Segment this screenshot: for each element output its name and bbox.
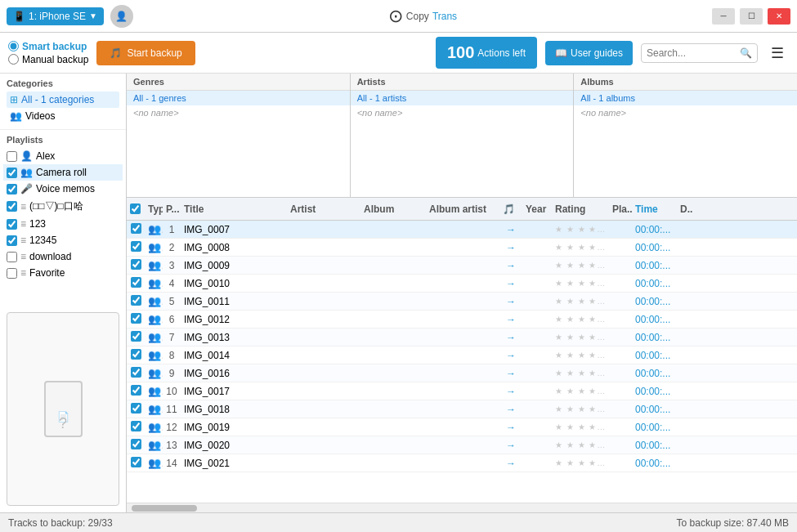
- header-artist[interactable]: Artist: [287, 203, 360, 215]
- row-check[interactable]: [127, 419, 145, 436]
- row-music[interactable]: →: [499, 438, 522, 453]
- manual-backup-option[interactable]: Manual backup: [8, 54, 88, 65]
- row-artist: [287, 264, 360, 267]
- header-type[interactable]: Type: [145, 203, 163, 215]
- user-guides-button[interactable]: 📖 User guides: [545, 41, 633, 65]
- header-rating[interactable]: Rating: [552, 203, 609, 215]
- arrow-icon: →: [506, 260, 516, 271]
- row-music[interactable]: →: [499, 384, 522, 399]
- genres-all[interactable]: All - 1 genres: [127, 91, 350, 105]
- row-check[interactable]: [127, 293, 145, 310]
- sidebar-item-all-categories[interactable]: ⊞ All - 1 categories: [7, 92, 119, 108]
- header-time[interactable]: Time: [632, 203, 677, 215]
- maximize-button[interactable]: ☐: [740, 8, 763, 25]
- row-rating[interactable]: ★ ★ ★ ★ ★: [552, 457, 609, 469]
- row-check[interactable]: [127, 221, 145, 238]
- header-d[interactable]: D...: [677, 203, 693, 215]
- row-music[interactable]: →: [499, 276, 522, 291]
- header-album[interactable]: Album: [360, 203, 426, 215]
- row-artist: [287, 300, 360, 303]
- row-rating[interactable]: ★ ★ ★ ★ ★: [552, 331, 609, 343]
- playlist-item-download[interactable]: ≡ download: [3, 248, 123, 265]
- row-rating[interactable]: ★ ★ ★ ★ ★: [552, 277, 609, 289]
- close-button[interactable]: ✕: [768, 8, 790, 25]
- row-time: 00:00:...: [632, 420, 677, 435]
- row-rating[interactable]: ★ ★ ★ ★ ★: [552, 349, 609, 361]
- albums-noname[interactable]: <no name>: [574, 105, 797, 120]
- playlist-item-alex[interactable]: 👤 Alex: [3, 148, 123, 164]
- search-input[interactable]: [647, 47, 737, 59]
- sidebar-item-videos[interactable]: 👥 Videos: [7, 108, 119, 124]
- camera-icon: 👥: [20, 167, 33, 178]
- row-music[interactable]: →: [499, 222, 522, 237]
- start-backup-button[interactable]: 🎵 Start backup: [96, 41, 195, 65]
- playlist-item-123[interactable]: ≡ 123: [3, 216, 123, 232]
- row-rating[interactable]: ★ ★ ★ ★ ★: [552, 421, 609, 433]
- header-check[interactable]: [127, 203, 145, 214]
- row-title: IMG_0017: [181, 384, 287, 399]
- row-check[interactable]: [127, 329, 145, 346]
- row-artist: [287, 246, 360, 249]
- main-area: Categories ⊞ All - 1 categories 👥 Videos…: [0, 74, 797, 512]
- device-dropdown[interactable]: 📱 1: iPhone SE ▼: [7, 7, 104, 25]
- row-album-artist: [426, 246, 499, 249]
- row-rating[interactable]: ★ ★ ★ ★ ★: [552, 313, 609, 325]
- playlist-item-camera-roll[interactable]: 👥 Camera roll: [3, 164, 123, 181]
- scrollbar-thumb[interactable]: [132, 505, 197, 512]
- playlist-item-voice-memos[interactable]: 🎤 Voice memos: [3, 181, 123, 197]
- header-album-artist[interactable]: Album artist: [426, 203, 499, 215]
- playlist-item-12345[interactable]: ≡ 12345: [3, 232, 123, 248]
- menu-button[interactable]: ☰: [766, 41, 789, 65]
- playlist-item-favorite[interactable]: ≡ Favorite: [3, 265, 123, 281]
- row-music[interactable]: →: [499, 258, 522, 273]
- row-rating[interactable]: ★ ★ ★ ★ ★: [552, 223, 609, 235]
- row-music[interactable]: →: [499, 348, 522, 363]
- row-check[interactable]: [127, 311, 145, 328]
- row-music[interactable]: →: [499, 366, 522, 381]
- header-pla[interactable]: Pla...: [609, 203, 632, 215]
- row-check[interactable]: [127, 365, 145, 382]
- row-rating[interactable]: ★ ★ ★ ★ ★: [552, 241, 609, 253]
- row-check[interactable]: [127, 257, 145, 274]
- minimize-button[interactable]: ─: [712, 8, 735, 25]
- user-icon[interactable]: 👤: [110, 5, 133, 28]
- playlist-item-kaomoji[interactable]: ≡ (□□▽)□口哈: [3, 197, 123, 216]
- smart-backup-option[interactable]: Smart backup: [8, 41, 88, 52]
- row-music[interactable]: →: [499, 240, 522, 255]
- row-rating[interactable]: ★ ★ ★ ★ ★: [552, 403, 609, 415]
- row-music[interactable]: →: [499, 456, 522, 471]
- row-music[interactable]: →: [499, 312, 522, 327]
- row-check[interactable]: [127, 401, 145, 418]
- artists-all[interactable]: All - 1 artists: [351, 91, 574, 105]
- artists-noname[interactable]: <no name>: [351, 105, 574, 120]
- row-check[interactable]: [127, 437, 145, 454]
- row-rating[interactable]: ★ ★ ★ ★ ★: [552, 439, 609, 451]
- header-year[interactable]: Year: [522, 203, 552, 215]
- row-artist: [287, 336, 360, 339]
- row-music[interactable]: →: [499, 402, 522, 417]
- row-check[interactable]: [127, 455, 145, 472]
- row-num: 3: [163, 258, 181, 273]
- row-rating[interactable]: ★ ★ ★ ★ ★: [552, 385, 609, 397]
- row-rating[interactable]: ★ ★ ★ ★ ★: [552, 295, 609, 307]
- row-rating[interactable]: ★ ★ ★ ★ ★: [552, 259, 609, 271]
- header-music-icon[interactable]: 🎵: [499, 203, 522, 215]
- row-music[interactable]: →: [499, 420, 522, 435]
- actions-left-button[interactable]: 100 Actions left: [436, 37, 537, 69]
- search-icon[interactable]: 🔍: [740, 47, 752, 59]
- horizontal-scrollbar[interactable]: [127, 503, 797, 512]
- row-check[interactable]: [127, 275, 145, 292]
- row-check[interactable]: [127, 347, 145, 364]
- title-bar: 📱 1: iPhone SE ▼ 👤 ⊙ CopyTrans ─ ☐ ✕: [0, 0, 797, 33]
- genres-noname[interactable]: <no name>: [127, 105, 350, 120]
- header-title[interactable]: Title: [181, 203, 287, 215]
- row-check[interactable]: [127, 239, 145, 256]
- header-num[interactable]: P...▲: [163, 203, 181, 215]
- row-rating[interactable]: ★ ★ ★ ★ ★: [552, 367, 609, 379]
- albums-all[interactable]: All - 1 albums: [574, 91, 797, 105]
- row-music[interactable]: →: [499, 330, 522, 345]
- row-music[interactable]: →: [499, 294, 522, 309]
- row-album-artist: [426, 264, 499, 267]
- row-check[interactable]: [127, 383, 145, 400]
- arrow-icon: →: [506, 224, 516, 235]
